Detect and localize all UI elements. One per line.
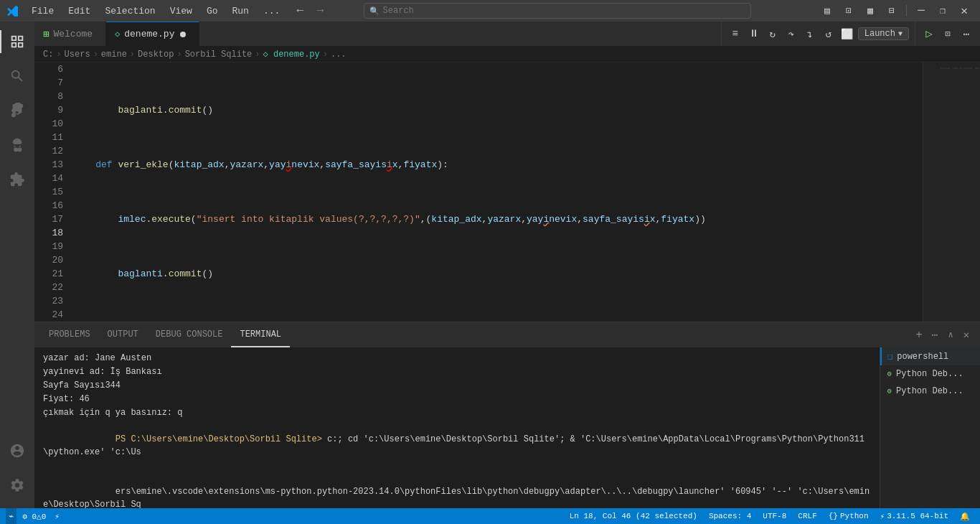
terminal-line-6b: ers\emine\.vscode\extensions\ms-python.p… [43,472,871,508]
language-label: Python [840,512,869,520]
layout-btn-4[interactable]: ⊟ [882,1,902,21]
toolbar-step-over[interactable]: ↷ [783,26,799,42]
tab-problems[interactable]: PROBLEMS [40,322,99,347]
activity-icon-source-control[interactable] [0,93,34,128]
breadcrumb-item-file[interactable]: ◇ deneme.py [263,49,320,60]
activity-icon-extensions[interactable] [0,162,34,197]
close-btn[interactable]: ✕ [954,1,974,21]
breadcrumb-item-users[interactable]: Users [65,50,90,60]
pydeb1-label: Python Deb... [896,369,963,379]
menu-file[interactable]: File [26,4,60,18]
minimize-btn[interactable]: ─ [911,1,931,21]
layout-btn-1[interactable]: ▤ [817,1,837,21]
activity-icon-account[interactable] [0,434,34,468]
maximize-btn[interactable]: ❐ [933,1,953,21]
toolbar-restart[interactable]: ↻ [765,26,781,42]
breadcrumb-item-sorbil[interactable]: Sorbil Sqlite [185,50,253,60]
deneme-label: deneme.py [124,29,174,39]
breadcrumb-sep-2: › [130,50,135,60]
status-language[interactable]: {} Python [824,508,873,524]
toolbar-hamburger[interactable]: ≡ [727,26,743,42]
layout-btn-3[interactable]: ▦ [860,1,880,21]
status-run[interactable]: ⚡ [52,508,62,524]
breadcrumb-item-more[interactable]: ... [331,50,347,60]
tab-debug-console[interactable]: DEBUG CONSOLE [147,322,232,347]
menu-go[interactable]: Go [201,4,224,18]
menu-run[interactable]: Run [226,4,254,18]
search-icon: 🔍 [369,6,380,16]
activity-icon-settings[interactable] [0,468,34,502]
titlebar: File Edit Selection View Go Run ... ← → … [0,0,980,22]
welcome-label: Welcome [53,29,93,39]
panel-more-btn[interactable]: ⋯ [927,322,943,347]
code-line-6: baglanti.commit() [73,103,923,117]
pydeb2-icon: ⚙ [887,387,892,396]
status-spaces[interactable]: Spaces: 4 [705,508,755,524]
tab-output[interactable]: OUTPUT [99,322,147,347]
pydeb2-label: Python Deb... [896,386,963,396]
menu-selection[interactable]: Selection [99,4,161,18]
vscode-icon [6,4,20,18]
search-input[interactable] [364,3,751,19]
status-notifications[interactable]: 🔔 [956,508,974,524]
toolbar-pause[interactable]: ⏸ [746,26,762,42]
terminal-line-6: PS C:\Users\emine\Desktop\Sorbil Sqlite>… [43,420,871,472]
status-encoding[interactable]: UTF-8 [758,508,791,524]
terminal-line-1: yazar ad: Jane Austen [43,352,871,365]
breadcrumb-item-emine[interactable]: emine [101,50,127,60]
welcome-icon: ⊞ [43,28,49,40]
toolbar-stop[interactable]: ⬜ [839,26,855,42]
breadcrumb-sep-4: › [255,50,260,60]
activity-icon-explore[interactable] [0,24,34,59]
status-cursor[interactable]: Ln 18, Col 46 (42 selected) [565,508,702,524]
activity-icon-debug[interactable] [0,128,34,162]
terminal-line-5: çıkmak için q ya basınız: q [43,406,871,419]
search-bar: 🔍 [364,3,751,19]
tab-terminal[interactable]: TERMINAL [231,322,290,347]
menu-edit[interactable]: Edit [62,4,96,18]
panel-tabs-bar: PROBLEMS OUTPUT DEBUG CONSOLE TERMINAL +… [34,322,980,347]
activity-bar [0,22,34,508]
pydeb1-icon: ⚙ [887,370,892,378]
tab-deneme[interactable]: ◇ deneme.py [106,22,199,46]
powershell-label: powershell [897,352,948,362]
terminal-content[interactable]: yazar ad: Jane Austen yayinevi ad: İş Ba… [34,347,880,508]
panel: PROBLEMS OUTPUT DEBUG CONSOLE TERMINAL +… [34,322,980,508]
powershell-icon: ❑ [887,351,892,362]
status-errors[interactable]: ⚙ 0△0 [19,508,49,524]
status-eol[interactable]: CRLF [793,508,821,524]
terminal-sidebar-item-powershell[interactable]: ❑ powershell [880,347,980,365]
launch-dropdown[interactable]: Launch ▼ [858,27,909,40]
split-editor-btn[interactable]: ⊡ [940,26,956,42]
panel-close-btn[interactable]: ✕ [958,322,974,347]
panel-maximize-btn[interactable]: ∧ [943,322,958,347]
more-actions-btn[interactable]: ⋯ [958,26,974,42]
panel-add-terminal[interactable]: + [911,322,927,347]
code-line-8: imlec.execute("insert into kitaplik valu… [73,212,923,226]
python-version-label: 3.11.5 64-bit [887,512,948,520]
layout-btn-2[interactable]: ⊡ [839,1,859,21]
toolbar-reset[interactable]: ↺ [821,26,837,42]
code-editor[interactable]: 6 7 8 9 10 11 12 13 14 15 16 17 18 19 20… [34,62,980,322]
toolbar-step-into[interactable]: ↴ [802,26,818,42]
run-btn[interactable]: ▷ [921,26,937,42]
terminal-sidebar-item-pydeb1[interactable]: ⚙ Python Deb... [880,365,980,383]
nav-forward[interactable]: → [311,2,329,19]
breadcrumb-item-desktop[interactable]: Desktop [138,50,174,60]
status-remote[interactable]: ⌁ [6,508,17,524]
activity-bottom [0,434,34,508]
menu-more[interactable]: ... [258,4,286,18]
breadcrumb-sep-3: › [176,50,182,60]
menu-view[interactable]: View [164,4,198,18]
breadcrumb-sep-5: › [323,50,328,60]
editor-area: ⊞ Welcome ◇ deneme.py ≡ ⏸ ↻ ↷ ↴ ↺ ⬜ Laun… [34,22,980,508]
status-python-version[interactable]: ⚡ 3.11.5 64-bit [876,508,953,524]
activity-icon-search[interactable] [0,59,34,93]
breadcrumb-sep-1: › [93,50,98,60]
nav-back[interactable]: ← [291,2,308,19]
tab-welcome[interactable]: ⊞ Welcome [34,22,106,46]
status-bar: ⌁ ⚙ 0△0 ⚡ Ln 18, Col 46 (42 selected) Sp… [0,508,980,524]
breadcrumb-item-c[interactable]: C: [43,50,53,60]
terminal-sidebar-item-pydeb2[interactable]: ⚙ Python Deb... [880,383,980,400]
terminal-line-2: yayinevi ad: İş Bankası [43,365,871,378]
